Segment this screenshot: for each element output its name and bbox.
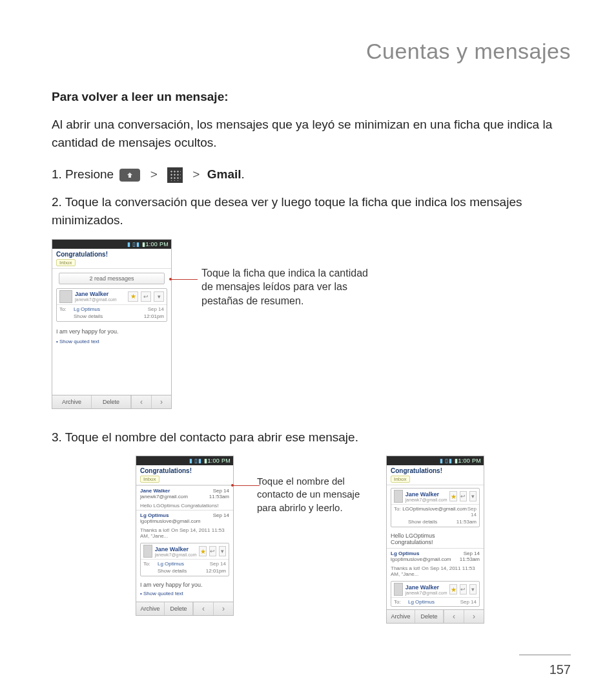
read-messages-tab[interactable]: 2 read messages xyxy=(59,273,165,284)
sender-name[interactable]: Jane Walker xyxy=(75,291,125,297)
star-icon[interactable]: ★ xyxy=(449,491,457,501)
sender-email: janewk7@gmail.com xyxy=(75,297,125,302)
callout-1-text: Toque la ficha que indica la cantidad de… xyxy=(198,266,376,308)
conversation-title: Congratulations! Inbox xyxy=(52,249,171,269)
footer-rule xyxy=(519,655,571,655)
reply-icon[interactable]: ↩ xyxy=(141,291,151,302)
to-value: Lg Optimus xyxy=(74,306,148,312)
delete-button[interactable]: Delete xyxy=(165,602,193,615)
figure-1: ▮ ▯▮▮ 1:00 PM Congratulations! Inbox 2 r… xyxy=(52,239,571,409)
sender-name: Lg Optimus xyxy=(140,512,169,518)
bottom-bar: Archive Delete ‹ › xyxy=(387,609,484,623)
thread-item[interactable]: Lg Optimus lgoptimuslove@gmail.com Sep 1… xyxy=(136,510,233,526)
archive-button[interactable]: Archive xyxy=(52,395,92,408)
reply-icon[interactable]: ↩ xyxy=(460,491,467,501)
delete-button[interactable]: Delete xyxy=(415,610,444,623)
msg-date: Sep 14 xyxy=(213,488,229,494)
callout-2-text: Toque el nombre del contacto de un mensa… xyxy=(253,475,367,514)
delete-button[interactable]: Delete xyxy=(92,395,131,408)
msg-time: 11:53am xyxy=(460,556,480,562)
sender-name[interactable]: Jane Walker xyxy=(155,546,197,552)
inbox-label: Inbox xyxy=(391,476,410,483)
show-quoted[interactable]: • Show quoted text xyxy=(136,591,233,602)
bottom-bar: Archive Delete ‹ › xyxy=(136,602,233,615)
message-body: Hello LGOptimus Congratulations! xyxy=(387,530,484,548)
chevron-icon: > xyxy=(192,165,200,184)
msg-date: Sep 14 xyxy=(210,561,226,567)
thread-item[interactable]: Jane Walker janewk7@gmail.com Sep 14 11:… xyxy=(136,485,233,501)
callout-connector xyxy=(234,456,253,624)
more-icon[interactable]: ▾ xyxy=(469,491,477,501)
more-icon[interactable]: ▾ xyxy=(154,291,164,302)
archive-button[interactable]: Archive xyxy=(136,602,165,615)
star-icon[interactable]: ★ xyxy=(449,584,457,594)
to-row: To:Lg OptimusSep 14 xyxy=(391,597,479,606)
sender-email: janewk7@gmail.com xyxy=(140,494,188,499)
status-bar: ▮ ▯▮▮ 1:00 PM xyxy=(136,456,233,465)
show-details[interactable]: Show details xyxy=(74,313,103,319)
to-value: LGOptimuslove@gmail.com xyxy=(402,506,467,518)
avatar xyxy=(394,490,403,503)
conv-title-text: Congratulations! xyxy=(56,251,108,258)
archive-button[interactable]: Archive xyxy=(387,610,415,623)
callout-connector xyxy=(172,239,198,409)
msg-time: 12:01pm xyxy=(144,313,164,319)
intro-paragraph: Al abrir una conversación, los mensajes … xyxy=(52,116,571,151)
inbox-label: Inbox xyxy=(140,476,159,483)
body-line: Hello LGOptimus xyxy=(391,532,435,539)
prev-icon[interactable]: ‹ xyxy=(193,602,213,615)
sender-name[interactable]: Jane Walker xyxy=(406,584,447,591)
phone-screenshot-2: ▮ ▯▮▮ 1:00 PM Congratulations! Inbox Jan… xyxy=(136,456,234,616)
next-icon[interactable]: › xyxy=(213,602,233,615)
msg-time: 11:53am xyxy=(457,519,477,525)
reply-icon[interactable]: ↩ xyxy=(460,584,467,594)
next-icon[interactable]: › xyxy=(151,395,171,408)
apps-grid-icon xyxy=(167,167,183,183)
manual-page: Cuentas y mensajes Para volver a leer un… xyxy=(0,0,616,694)
chevron-icon: > xyxy=(150,165,158,184)
details-row: Show details11:53am xyxy=(391,519,479,527)
star-icon[interactable]: ★ xyxy=(128,291,138,302)
details-row: Show details12:01pm xyxy=(141,568,229,576)
snippet: Thanks a lot! On Sep 14, 2011 11:53 AM, … xyxy=(136,526,233,540)
page-number: 157 xyxy=(549,662,571,677)
figure-2-row: ▮ ▯▮▮ 1:00 PM Congratulations! Inbox Jan… xyxy=(136,456,571,624)
page-title: Cuentas y mensajes xyxy=(52,39,571,64)
step1-text-a: 1. Presione xyxy=(52,167,117,181)
signal-icon: ▮ ▯▮ xyxy=(440,457,452,464)
avatar xyxy=(143,545,152,558)
to-label: To: xyxy=(394,599,408,605)
thread-item[interactable]: Lg Optimus lgoptimuslove@gmail.com Sep 1… xyxy=(387,548,484,564)
msg-date: Sep 14 xyxy=(464,551,480,556)
step-2: 2. Toque la conversación que desea ver y… xyxy=(52,193,571,230)
conv-title-text: Congratulations! xyxy=(140,467,192,474)
body-line: Congratulations! xyxy=(391,539,433,545)
sender-email: janewk7@gmail.com xyxy=(406,498,447,502)
show-quoted[interactable]: • Show quoted text xyxy=(52,339,171,350)
sender-name[interactable]: Jane Walker xyxy=(406,491,447,498)
figure-2-left: ▮ ▯▮▮ 1:00 PM Congratulations! Inbox Jan… xyxy=(136,456,367,624)
inbox-label: Inbox xyxy=(56,259,76,266)
phone-screenshot-3: ▮ ▯▮▮ 1:00 PM Congratulations! Inbox Jan… xyxy=(386,456,484,624)
snippet: Thanks a lot! On Sep 14, 2011 11:53 AM, … xyxy=(387,564,484,578)
show-details[interactable]: Show details xyxy=(408,519,437,525)
more-icon[interactable]: ▾ xyxy=(219,546,226,556)
to-row: To:Lg OptimusSep 14 xyxy=(141,559,229,568)
reply-icon[interactable]: ↩ xyxy=(209,546,216,556)
to-label: To: xyxy=(59,306,74,312)
prev-icon[interactable]: ‹ xyxy=(131,395,151,408)
to-value: Lg Optimus xyxy=(408,599,460,605)
more-icon[interactable]: ▾ xyxy=(469,584,477,594)
snippet: Hello LGOptimus Congratulations! xyxy=(136,501,233,510)
signal-icon: ▮ ▯▮ xyxy=(127,241,139,247)
figure-2-right: ▮ ▯▮▮ 1:00 PM Congratulations! Inbox Jan… xyxy=(386,456,484,624)
star-icon[interactable]: ★ xyxy=(199,546,206,556)
msg-date: Sep 14 xyxy=(213,512,229,524)
prev-icon[interactable]: ‹ xyxy=(444,610,464,623)
show-details[interactable]: Show details xyxy=(158,568,187,574)
next-icon[interactable]: › xyxy=(464,610,484,623)
home-icon xyxy=(119,169,140,182)
conversation-title: Congratulations! Inbox xyxy=(387,465,484,485)
message-body: I am very happy for you. xyxy=(136,579,233,591)
bottom-bar: Archive Delete ‹ › xyxy=(52,395,171,408)
